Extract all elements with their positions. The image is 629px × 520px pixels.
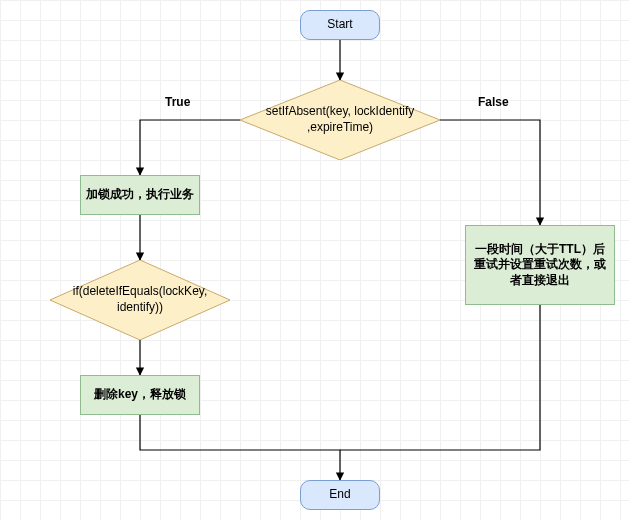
decision-deleteifequals: if(deleteIfEquals(lockKey, identify)) (50, 260, 230, 340)
start-node: Start (300, 10, 380, 40)
end-label: End (329, 487, 350, 503)
process1-label: 加锁成功，执行业务 (86, 187, 194, 203)
process3-label: 一段时间（大于TTL）后重试并设置重试次数，或者直接退出 (470, 242, 610, 289)
decision-setifabsent: setIfAbsent(key, lockIdentify ,expireTim… (240, 80, 440, 160)
decision1-label: setIfAbsent(key, lockIdentify ,expireTim… (240, 104, 440, 135)
edge-label-false: False (478, 95, 509, 109)
edge-label-true: True (165, 95, 190, 109)
process2-label: 删除key，释放锁 (94, 387, 186, 403)
end-node: End (300, 480, 380, 510)
process-retry-exit: 一段时间（大于TTL）后重试并设置重试次数，或者直接退出 (465, 225, 615, 305)
process-lock-success: 加锁成功，执行业务 (80, 175, 200, 215)
decision2-label: if(deleteIfEquals(lockKey, identify)) (50, 284, 230, 315)
start-label: Start (327, 17, 352, 33)
process-delete-key: 删除key，释放锁 (80, 375, 200, 415)
